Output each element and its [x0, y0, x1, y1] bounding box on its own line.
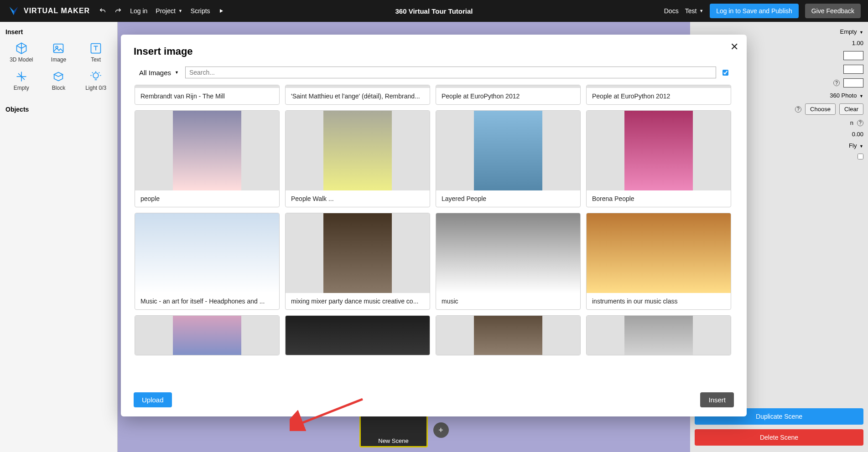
svg-marker-1: [14, 7, 18, 15]
scene-thumbnail[interactable]: New Scene: [359, 413, 428, 447]
brand-text: VIRTUAL MAKER: [24, 7, 90, 15]
insert-image-modal: ✕ Insert image All Images ▼ Rembrandt va…: [121, 35, 747, 416]
docs-link[interactable]: Docs: [664, 7, 679, 15]
image-thumbnail: [286, 316, 430, 355]
scene-strip: New Scene +: [359, 413, 449, 447]
test-menu[interactable]: Test▼: [685, 7, 704, 15]
info-icon[interactable]: ?: [833, 80, 840, 86]
logo-icon: [7, 5, 20, 17]
opacity-value[interactable]: 1.00: [845, 40, 863, 46]
image-card[interactable]: instruments in our music class: [586, 213, 731, 310]
chevron-down-icon: ▼: [859, 144, 863, 149]
image-card[interactable]: [135, 315, 280, 355]
type-dropdown[interactable]: Empty ▼: [840, 28, 863, 35]
image-card[interactable]: mixing mixer party dance music creative …: [285, 213, 430, 310]
block-icon: [52, 70, 65, 83]
chevron-down-icon: ▼: [699, 9, 703, 13]
objects-heading: Objects: [0, 99, 117, 117]
close-button[interactable]: ✕: [730, 41, 738, 53]
left-panel: Insert 3D Model Image Text Empty Block L…: [0, 22, 118, 452]
image-thumbnail: [135, 316, 279, 355]
image-thumbnail: [587, 111, 731, 190]
color-swatch-3[interactable]: [843, 78, 863, 87]
choose-button[interactable]: Choose: [805, 103, 836, 115]
info-icon[interactable]: ?: [795, 106, 801, 113]
image-thumbnail: [587, 213, 731, 293]
insert-text[interactable]: Text: [78, 39, 114, 66]
topbar-left-group: Log in Project▼ Scripts: [99, 7, 223, 15]
modal-footer: Upload Insert: [134, 384, 734, 407]
chevron-down-icon: ▼: [175, 70, 179, 75]
image-thumbnail: [436, 111, 580, 190]
insert-empty[interactable]: Empty: [4, 67, 39, 94]
fly-dropdown[interactable]: Fly ▼: [849, 142, 863, 149]
image-card[interactable]: Layered People: [436, 110, 581, 207]
info-icon[interactable]: ?: [857, 120, 863, 126]
clear-button[interactable]: Clear: [839, 103, 863, 115]
image-thumbnail: [286, 111, 430, 190]
search-input[interactable]: [185, 67, 716, 78]
upload-button[interactable]: Upload: [134, 392, 172, 407]
cube-icon: [15, 42, 28, 55]
image-card[interactable]: People at EuroPython 2012: [436, 85, 581, 105]
chevron-down-icon: ▼: [859, 94, 863, 98]
insert-image[interactable]: Image: [41, 39, 77, 66]
redo-icon: [114, 7, 122, 15]
insert-button[interactable]: Insert: [700, 392, 734, 407]
image-thumbnail: [135, 111, 279, 190]
undo-button[interactable]: [99, 7, 106, 15]
scripts-menu[interactable]: Scripts: [191, 7, 210, 15]
color-swatch-2[interactable]: [843, 65, 863, 74]
filter-dropdown[interactable]: All Images ▼: [139, 69, 179, 77]
svg-marker-2: [220, 9, 223, 13]
project-menu[interactable]: Project▼: [156, 7, 182, 15]
image-thumbnail: [436, 316, 580, 355]
insert-block[interactable]: Block: [41, 67, 77, 94]
chevron-down-icon: ▼: [859, 30, 863, 35]
play-icon: [218, 8, 224, 14]
color-swatch-1[interactable]: [843, 51, 863, 60]
filter-checkbox[interactable]: [722, 70, 728, 76]
svg-point-6: [93, 73, 99, 78]
image-thumbnail: [436, 213, 580, 293]
insert-heading: Insert: [0, 22, 117, 39]
delete-scene-button[interactable]: Delete Scene: [695, 429, 863, 446]
chevron-down-icon: ▼: [178, 9, 182, 13]
n-label: n: [850, 119, 853, 126]
text-icon: [89, 42, 102, 55]
axes-icon: [15, 70, 28, 83]
photo-type-dropdown[interactable]: 360 Photo ▼: [830, 92, 863, 99]
property-checkbox[interactable]: [858, 154, 863, 159]
modal-title: Insert image: [134, 46, 734, 57]
image-card[interactable]: music: [436, 213, 581, 310]
project-title: 360 Virtual Tour Tutorial: [395, 7, 473, 15]
image-card[interactable]: people: [135, 110, 280, 207]
image-card[interactable]: People Walk ...: [285, 110, 430, 207]
image-thumbnail: [135, 213, 279, 293]
topbar: VIRTUAL MAKER Log in Project▼ Scripts 36…: [0, 0, 868, 22]
feedback-button[interactable]: Give Feedback: [805, 4, 861, 18]
image-card[interactable]: [436, 315, 581, 355]
add-scene-button[interactable]: +: [433, 422, 449, 438]
publish-button[interactable]: Log in to Save and Publish: [710, 4, 799, 18]
image-thumbnail: [286, 213, 430, 293]
insert-grid: 3D Model Image Text Empty Block Light 0/…: [0, 39, 117, 99]
brand-logo[interactable]: VIRTUAL MAKER: [7, 5, 90, 17]
image-gallery[interactable]: Rembrandt van Rijn - The Mill 'Saint Mat…: [134, 85, 734, 384]
image-card[interactable]: Borena People: [586, 110, 731, 207]
play-button[interactable]: [218, 8, 224, 14]
topbar-right-group: Docs Test▼ Log in to Save and Publish Gi…: [664, 4, 861, 18]
rotation-value[interactable]: 0.00: [845, 131, 863, 138]
redo-button[interactable]: [114, 7, 122, 15]
image-card[interactable]: Music - an art for itself - Headphones a…: [135, 213, 280, 310]
login-link[interactable]: Log in: [130, 7, 147, 15]
image-card[interactable]: Rembrandt van Rijn - The Mill: [135, 85, 280, 105]
svg-marker-0: [10, 7, 14, 15]
insert-light[interactable]: Light 0/3: [78, 67, 114, 94]
svg-rect-3: [54, 44, 63, 53]
image-card[interactable]: [586, 315, 731, 355]
image-card[interactable]: 'Saint Matthieu et l'ange' (détail), Rem…: [285, 85, 430, 105]
insert-3d-model[interactable]: 3D Model: [4, 39, 39, 66]
image-card[interactable]: People at EuroPython 2012: [586, 85, 731, 105]
image-card[interactable]: [285, 315, 430, 355]
